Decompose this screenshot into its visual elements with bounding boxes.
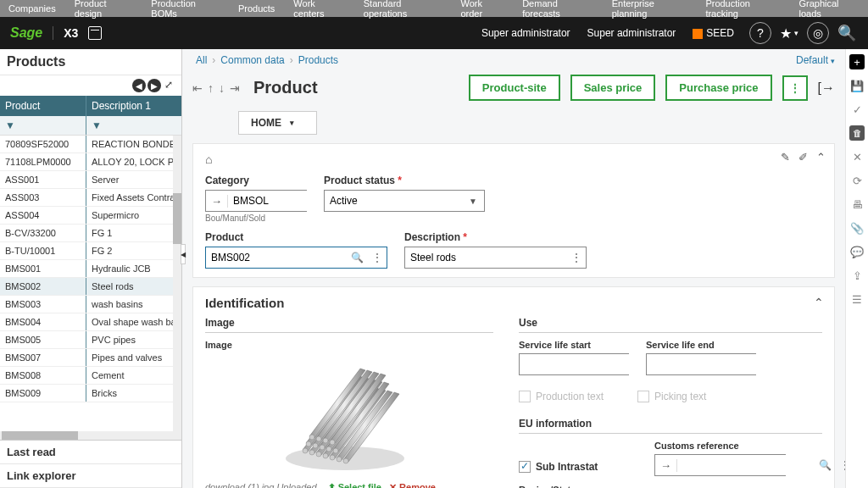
delete-icon[interactable]: 🗑 (849, 125, 865, 141)
table-row[interactable]: BMS001Hydraulic JCB (0, 260, 181, 278)
menu-icon[interactable]: ⋮ (567, 252, 586, 263)
scrollbar-horizontal[interactable] (0, 431, 181, 440)
user-name[interactable]: Super administrator (587, 27, 676, 39)
attach-icon[interactable]: 📎 (849, 220, 865, 236)
next-icon[interactable]: ▶ (147, 79, 161, 92)
nav-graphical-loads[interactable]: Graphical loads (798, 0, 860, 19)
table-row-selected[interactable]: BMS002Steel rods (0, 278, 181, 296)
nav-standard-operations[interactable]: Standard operations (364, 0, 442, 19)
comment-icon[interactable]: 💬 (849, 244, 865, 259)
purchase-price-button[interactable]: Purchase price (665, 75, 771, 101)
service-start-input[interactable] (519, 353, 629, 375)
category-input[interactable]: → 🔍 ⋮ (205, 190, 307, 212)
svg-point-13 (309, 435, 314, 440)
prev-icon[interactable]: ◀ (132, 79, 146, 92)
sub-intrastat-checkbox[interactable] (519, 461, 531, 473)
crumb-products[interactable]: Products (298, 54, 338, 66)
status-select[interactable]: ▼ (324, 190, 485, 212)
nav-production-tracking[interactable]: Production tracking (705, 0, 780, 19)
collapse-section-icon[interactable]: ⌃ (814, 296, 824, 309)
nav-products[interactable]: Products (238, 3, 275, 14)
compass-icon[interactable]: ◎ (807, 22, 829, 44)
nav-work-order[interactable]: Work order (460, 0, 504, 19)
home-tab[interactable]: HOME ▾ (238, 111, 317, 135)
nav-product-design[interactable]: Product design (75, 0, 133, 19)
eu-heading: EU information (519, 418, 822, 434)
collapse-card-icon[interactable]: ⌃ (816, 151, 826, 164)
nav-demand-forecasts[interactable]: Demand forecasts (522, 0, 593, 19)
list-icon[interactable]: ☰ (849, 291, 865, 307)
table-row[interactable]: B-TU/10001FG 2 (0, 242, 181, 260)
table-row[interactable]: ASS004Supermicro (0, 207, 181, 225)
calendar-icon[interactable] (88, 26, 102, 40)
sales-price-button[interactable]: Sales price (570, 75, 656, 101)
crumb-common-data[interactable]: Common data (220, 54, 284, 66)
close-icon[interactable]: ✕ (849, 149, 865, 164)
refresh-icon[interactable]: ⟳ (849, 173, 865, 188)
seed-indicator[interactable]: SEED (693, 27, 734, 39)
menu-icon[interactable]: ⋮ (836, 459, 845, 471)
print-icon[interactable]: 🖶 (849, 197, 865, 212)
crumb-all[interactable]: All (196, 54, 207, 66)
default-view[interactable]: Default▾ (796, 54, 835, 66)
product-input[interactable]: 🔍 ⋮ (205, 247, 387, 269)
description-input[interactable]: ⋮ (404, 247, 587, 269)
table-row[interactable]: BMS003wash basins (0, 296, 181, 313)
pin-icon[interactable]: ✎ (781, 151, 790, 164)
check-icon[interactable]: ✓ (849, 102, 865, 117)
edit-icon[interactable]: ✐ (798, 151, 808, 164)
arrow-icon: → (655, 459, 677, 472)
product-site-button[interactable]: Product-site (469, 75, 560, 101)
save-icon[interactable]: 💾 (849, 78, 865, 93)
more-actions-button[interactable]: ⋮ (782, 75, 808, 101)
nav-production-boms[interactable]: Production BOMs (151, 0, 220, 19)
svg-point-4 (323, 453, 328, 458)
filter-product-icon[interactable]: ▼ (0, 116, 86, 135)
status-field[interactable] (325, 191, 462, 211)
col-description[interactable]: Description 1 (86, 96, 181, 116)
export-icon[interactable]: ⇪ (849, 268, 865, 283)
home-icon[interactable]: ⌂ (205, 152, 212, 166)
filter-description-icon[interactable]: ▼ (86, 116, 181, 135)
product-field[interactable] (206, 247, 347, 268)
service-end-input[interactable] (646, 353, 756, 375)
table-row[interactable]: 71108LPM0000ALLOY 20, LOCK PIN AS (0, 153, 181, 171)
exit-icon[interactable]: [→ (818, 80, 835, 96)
select-file-button[interactable]: ⬆ Select file (328, 482, 381, 488)
last-record-icon[interactable]: ⇥ (230, 81, 240, 95)
dropdown-icon[interactable]: ▼ (462, 197, 484, 206)
remove-file-button[interactable]: ✕ Remove (389, 482, 436, 488)
expand-icon[interactable]: ⤢ (163, 79, 175, 91)
table-row[interactable]: BMS009Bricks (0, 385, 181, 402)
lookup-icon[interactable]: 🔍 (347, 252, 368, 263)
table-row[interactable]: ASS001Server (0, 171, 181, 189)
table-row[interactable]: BMS007Pipes and valves (0, 349, 181, 367)
table-row[interactable]: BMS005PVC pipes (0, 331, 181, 349)
help-icon[interactable]: ? (749, 22, 771, 44)
col-product[interactable]: Product (0, 96, 86, 116)
table-row[interactable]: B-CV/33200FG 1 (0, 225, 181, 242)
user-role[interactable]: Super administrator (481, 27, 570, 39)
header-card: ✎ ✐ ⌃ ⌂ Category → 🔍 ⋮ Bou/Manuf/So (192, 143, 835, 278)
lookup-icon[interactable]: 🔍 (815, 459, 836, 471)
collapse-panel-icon[interactable]: ◀ (181, 244, 186, 264)
search-icon[interactable]: 🔍 (836, 22, 858, 44)
table-row[interactable]: BMS008Cement (0, 367, 181, 385)
customs-input[interactable]: →🔍⋮ (654, 454, 786, 476)
table-row[interactable]: 70809SF52000REACTION BONDED SI (0, 136, 181, 153)
last-read-link[interactable]: Last read (0, 441, 181, 464)
favorites-icon[interactable]: ★▾ (778, 22, 800, 44)
prev-record-icon[interactable]: ↑ (208, 81, 214, 95)
nav-companies[interactable]: Companies (8, 3, 56, 14)
link-explorer-link[interactable]: Link explorer (0, 464, 181, 488)
scrollbar-vertical[interactable] (173, 136, 181, 431)
next-record-icon[interactable]: ↓ (219, 81, 225, 95)
nav-work-centers[interactable]: Work centers (293, 0, 344, 19)
table-row[interactable]: BMS004Oval shape wash basin (0, 313, 181, 331)
table-row[interactable]: ASS003Fixed Assets Contract (0, 189, 181, 207)
description-field[interactable] (405, 247, 567, 268)
add-icon[interactable]: + (849, 54, 865, 69)
menu-icon[interactable]: ⋮ (368, 252, 387, 263)
first-record-icon[interactable]: ⇤ (192, 81, 203, 95)
nav-enterprise-planning[interactable]: Enterprise planning (612, 0, 687, 19)
